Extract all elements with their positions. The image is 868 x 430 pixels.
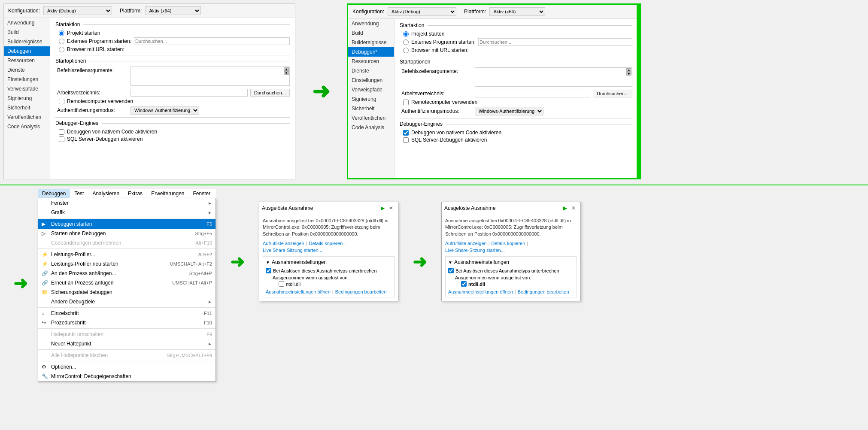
radio-browser-r[interactable]: Browser mit URL starten: [400,47,632,53]
cmd-textarea[interactable] [131,67,290,86]
sidebar-item-einstellungen-r[interactable]: Einstellungen [348,76,394,85]
sidebar-item-sicherheit-r[interactable]: Sicherheit [348,104,394,113]
radio-projekt[interactable]: Projekt starten [55,30,290,36]
menu-entry-debuggen-starten[interactable]: ▶ Debuggen starten F5 [38,219,215,229]
sidebar-item-sicherheit[interactable]: Sicherheit [4,103,50,112]
remote-checkbox[interactable]: Remotecomputer verwenden [55,98,290,104]
dialog2-exception-settings: ▼ Ausnahmeeinstellungen Bei Auslösen die… [445,256,577,297]
dialog1-links: Aufrufliste anzeigen | Details kopieren … [263,241,395,253]
sidebar-item-anwendung[interactable]: Anwendung [4,18,50,27]
radio-browser[interactable]: Browser mit URL starten: [55,46,290,52]
sidebar-item-signierung-r[interactable]: Signierung [348,94,394,104]
sidebar-item-build[interactable]: Build [4,27,50,37]
work-input-r[interactable] [475,90,590,97]
sidebar-item-anwendung-r[interactable]: Anwendung [348,19,394,28]
menu-item-debuggen[interactable]: Debuggen [38,189,70,198]
menu-entry-leistungs-profiler-neu[interactable]: ⚡ Leistungs-Profiler neu starten UMSCHAL… [38,259,215,269]
native-debug-checkbox[interactable]: Debuggen von nativem Code aktivieren [55,129,290,135]
sidebar-item-signierung[interactable]: Signierung [4,94,50,103]
dialog1-exception-settings: ▼ Ausnahmeeinstellungen Bei Auslösen die… [263,256,395,297]
triangle-icon-2[interactable]: ▼ [448,260,452,265]
radio-externes-r[interactable]: Externes Programm starten: [400,38,632,46]
dialog1-link-liveshare[interactable]: Live Share-Sitzung starten... [263,248,322,253]
menu-entry-fenster[interactable]: Fenster ► [38,198,215,208]
menu-entry-starten-ohne[interactable]: ▷ Starten ohne Debuggen Strg+F5 [38,229,215,238]
sidebar-item-verweispfade[interactable]: Verweispfade [4,84,50,94]
menu-entry-optionen[interactable]: ⚙ Optionen... [38,362,215,372]
dialog2-play-btn[interactable]: ▶ [561,204,569,212]
menu-item-extras[interactable]: Extras [124,189,147,198]
arrow-to-dialog2: ➜ [398,189,441,309]
dialog1-link-aufrufliste[interactable]: Aufrufliste anzeigen [263,241,304,246]
menu-entry-mirrorcontrol[interactable]: 🔧 MirrorControl: Debugeigenschaften [38,372,215,381]
sidebar-item-debuggen-r[interactable]: Debuggen* [348,47,394,57]
menu-item-fenster[interactable]: Fenster [189,189,215,198]
debuggen-starten-shortcut: F5 [206,221,212,227]
menu-entry-andere[interactable]: Andere Debugziele ► [38,297,215,306]
sidebar-item-code-analysis-r[interactable]: Code Analysis [348,123,394,132]
remote-checkbox-r[interactable]: Remotecomputer verwenden [400,99,632,105]
sidebar-item-verweispfade-r[interactable]: Verweispfade [348,85,394,94]
auth-select-r[interactable]: Windows-Authentifizierung [475,107,543,115]
work-input[interactable] [131,89,248,97]
dialog2-ntdll: ntdll.dll [468,282,485,287]
dialog2-link-bedingungen[interactable]: Bedingungen bearbeiten [518,289,569,294]
dialog2-close-btn[interactable]: ✕ [569,204,578,212]
sidebar-item-buildereignisse-r[interactable]: Buildereignisse [348,38,394,47]
sidebar-item-veroeffentlichen-r[interactable]: Veröffentlichen [348,113,394,123]
sql-debug-checkbox-r[interactable]: SQL Server-Debuggen aktivieren [400,137,632,143]
dialog2-ntdll-row[interactable]: ntdll.dll [448,281,574,287]
sidebar-item-dienste[interactable]: Dienste [4,65,50,75]
menu-entry-sicherungsdatei[interactable]: 📁 Sicherungsdatei debuggen [38,288,215,297]
dialog1-ntdll-row[interactable]: ntdll.dll [266,281,392,287]
menu-item-erweiterungen[interactable]: Erweiterungen [147,189,188,198]
sidebar-item-veroeffentlichen[interactable]: Veröffentlichen [4,112,50,122]
browse-button-work[interactable]: Durchsuchen... [250,89,290,97]
cmd-textarea-r[interactable] [475,67,632,87]
platform-select[interactable]: Aktiv (x64) [145,6,201,15]
auth-select[interactable]: Windows-Authentifizierung [131,106,199,115]
sidebar-item-dienste-r[interactable]: Dienste [348,66,394,76]
menu-item-analysieren[interactable]: Analysieren [88,189,124,198]
menu-entry-neuer-haltepunkt[interactable]: Neuer Haltepunkt ► [38,339,215,348]
browse-button-work-r[interactable]: Durchsuchen... [593,90,632,97]
menu-entry-grafik[interactable]: Grafik ► [38,208,215,217]
dropdown-menu: Fenster ► Grafik ► ▶ Debuggen starten F5… [38,198,216,382]
config-select[interactable]: Aktiv (Debug) [43,6,112,15]
dialog2-link-aufrufliste[interactable]: Aufrufliste anzeigen [445,241,487,246]
triangle-icon[interactable]: ▼ [266,260,270,265]
radio-externes[interactable]: Externes Programm starten: [55,37,290,45]
dialog2-link-sep2: | [527,241,528,246]
dialog2-link-settings[interactable]: Ausnahmeeinstellungen öffnen [448,289,513,294]
dialog1-play-btn[interactable]: ▶ [378,204,387,212]
dialog2-link-liveshare[interactable]: Live Share-Sitzung starten... [445,248,505,253]
menu-entry-erneut[interactable]: 🔗 Erneut an Prozess anfügen UMSCHALT+Alt… [38,278,215,288]
work-label-r: Arbeitsverzeichnis: [401,91,472,97]
menu-entry-einzelschritt[interactable]: ↓ Einzelschritt F11 [38,309,215,318]
alle-loeschen-label: Alle Haltepunkte löschen [51,352,158,358]
menu-item-test[interactable]: Test [70,189,88,198]
menu-entry-prozedurschritt[interactable]: ↪ Prozedurschritt F10 [38,318,215,327]
sidebar-item-ressourcen-r[interactable]: Ressourcen [348,57,394,66]
sidebar-item-einstellungen[interactable]: Einstellungen [4,75,50,84]
platform-select-r[interactable]: Aktiv (x64) [489,7,545,16]
sidebar-item-ressourcen[interactable]: Ressourcen [4,56,50,65]
dialog1-close-btn[interactable]: ✕ [387,204,395,212]
sidebar-item-build-r[interactable]: Build [348,28,394,38]
menu-entry-anfangen[interactable]: 🔗 An den Prozess anhängen... Strg+Alt+P [38,269,215,278]
dialog1-checkbox1[interactable]: Bei Auslösen dieses Ausnahmetyps unterbr… [266,268,392,273]
sql-debug-checkbox[interactable]: SQL Server-Debuggen aktivieren [55,136,290,142]
sidebar-item-buildereignisse[interactable]: Buildereignisse [4,37,50,46]
dialog1-link-details[interactable]: Details kopieren [309,241,343,246]
radio-projekt-r[interactable]: Projekt starten [400,31,632,37]
dialog2-checkbox1[interactable]: Bei Auslösen dieses Ausnahmetyps unterbr… [448,268,574,273]
menu-entry-leistungs-profiler[interactable]: ⚡ Leistungs-Profiler... Alt+F2 [38,250,215,259]
config-select-r[interactable]: Aktiv (Debug) [388,7,456,16]
sidebar-item-code-analysis[interactable]: Code Analysis [4,122,50,131]
sidebar-item-debuggen[interactable]: Debuggen [4,46,50,56]
work-label: Arbeitsverzeichnis: [57,90,128,96]
dialog1-link-settings[interactable]: Ausnahmeeinstellungen öffnen [266,289,331,294]
dialog2-link-details[interactable]: Details kopieren [491,241,525,246]
native-debug-checkbox-r[interactable]: Debuggen von nativem Code aktivieren [400,130,632,136]
dialog1-link-bedingungen[interactable]: Bedingungen bearbeiten [335,289,387,294]
